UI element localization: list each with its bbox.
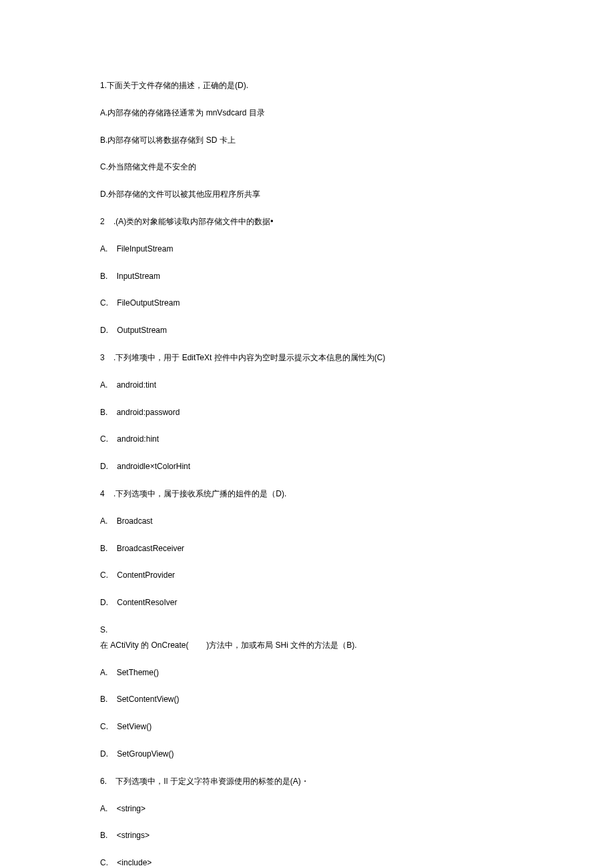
option-4d: D. ContentResoIver bbox=[100, 597, 514, 608]
option-1a: A.内部存储的存储路径通常为 mnVsdcard 目录 bbox=[100, 107, 514, 119]
option-3d: D. androidle×tColorHint bbox=[100, 461, 514, 472]
option-1b: B.内部存储可以将数据存储到 SD 卡上 bbox=[100, 135, 514, 146]
option-5b: B. SetContentView() bbox=[100, 694, 514, 705]
option-2b: B. InputStream bbox=[100, 271, 514, 282]
option-5c: C. SetView() bbox=[100, 721, 514, 733]
option-5a: A. SetTheme() bbox=[100, 667, 514, 679]
question-6: 6. 下列选项中，Il 于定义字符串资源使用的标签的是(A)・ bbox=[100, 776, 514, 787]
question-1: 1.下面关于文件存储的描述，正确的是(D). bbox=[100, 80, 514, 91]
option-3b: B. android:password bbox=[100, 407, 514, 418]
option-1c: C.外当陪储文件是不安全的 bbox=[100, 161, 514, 173]
option-6a: A. <string> bbox=[100, 803, 514, 815]
option-6b: B. <strings> bbox=[100, 830, 514, 841]
option-3c: C. android:hint bbox=[100, 434, 514, 445]
option-5d: D. SetGroupView() bbox=[100, 749, 514, 760]
option-2c: C. FileOutputStream bbox=[100, 298, 514, 309]
option-2a: A. FileInputStream bbox=[100, 244, 514, 255]
question-4: 4 .下列选项中，属于接收系统广播的姐件的是（D). bbox=[100, 488, 514, 500]
option-2d: D. OutputStream bbox=[100, 325, 514, 336]
question-5: 在 ACtiVity 的 OnCreate( )方法中，加或布局 SHi 文件的… bbox=[100, 640, 514, 651]
question-2: 2 .(A)类的对象能够读取内部存储文件中的数据• bbox=[100, 216, 514, 228]
option-4a: A. Broadcast bbox=[100, 516, 514, 527]
option-3a: A. android:tint bbox=[100, 380, 514, 391]
question-5-marker: S. bbox=[100, 624, 514, 636]
option-4b: B. BroadcastReceiver bbox=[100, 543, 514, 554]
option-4c: C. ContentProvider bbox=[100, 570, 514, 581]
option-1d: D.外部存储的文件可以被其他应用程序所共享 bbox=[100, 189, 514, 200]
option-6c: C. <include> bbox=[100, 857, 514, 868]
question-3: 3 .下列堆项中，用于 EditTeXt 控件中内容为空时显示提示文本信息的属性… bbox=[100, 352, 514, 364]
